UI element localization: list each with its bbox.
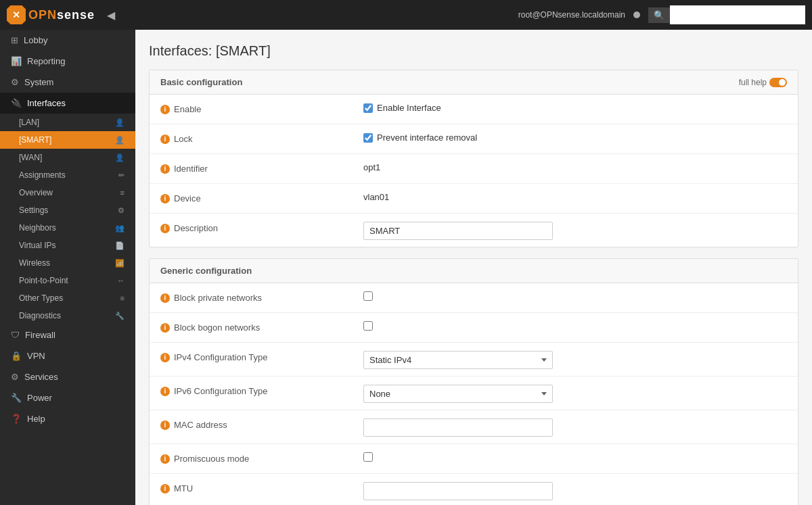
form-row-device: i Device vlan01 [150,184,798,214]
promiscuous-checkbox[interactable] [363,452,373,462]
basic-config-title: Basic configuration [160,77,242,87]
reporting-icon: 📊 [11,56,22,66]
mac-input[interactable] [363,418,553,437]
enable-checkbox[interactable] [363,103,373,113]
sidebar-sub-settings[interactable]: Settings ⚙ [0,201,135,219]
search-icon[interactable]: 🔍 [648,7,670,23]
info-icon-mtu: i [160,484,170,494]
sidebar-sub-assignments[interactable]: Assignments ✏ [0,166,135,184]
help-toggle[interactable] [769,78,787,87]
sidebar-sub-virtual-ips[interactable]: Virtual IPs 📄 [0,237,135,254]
identifier-value: opt1 [363,162,380,172]
control-ipv4: None Static IPv4 DHCP PPPoE [363,350,787,369]
sub-label: Assignments [19,170,66,180]
form-row-block-bogon: i Block bogon networks [150,313,798,343]
sidebar-sub-diagnostics[interactable]: Diagnostics 🔧 [0,307,135,324]
sidebar-item-label: Interfaces [27,98,66,108]
sub-label: Other Types [19,293,63,303]
navbar: ✕ OPNsense ◀ root@OPNsense.localdomain 🔍 [0,0,812,30]
generic-config-header: Generic configuration [150,259,798,283]
sidebar-item-lobby[interactable]: ⊞ Lobby [0,30,135,51]
info-icon-block-private: i [160,293,170,303]
sub-icon-overview: ≡ [120,189,125,197]
sidebar-item-label: Firewall [25,330,55,340]
info-icon-device: i [160,194,170,203]
services-icon: ⚙ [11,372,19,382]
sidebar-item-power[interactable]: 🔧 Power [0,387,135,408]
sidebar-item-reporting[interactable]: 📊 Reporting [0,51,135,72]
ipv6-type-select[interactable]: None Static IPv6 DHCP6 SLAAC [363,385,553,403]
vpn-icon: 🔒 [11,351,22,361]
sub-icon-other: ≡ [120,294,125,302]
form-row-mac: i MAC address [150,410,798,444]
label-identifier: i Identifier [160,161,363,174]
firewall-icon: 🛡 [11,330,20,340]
block-bogon-checkbox[interactable] [363,321,373,331]
sidebar-item-interfaces[interactable]: 🔌 Interfaces [0,93,135,114]
sub-icon-ptp: ↔ [117,276,125,285]
sub-icon-diag: 🔧 [115,312,125,320]
sidebar-item-help[interactable]: ❓ Help [0,408,135,429]
control-identifier: opt1 [363,161,787,172]
control-promiscuous [363,451,787,462]
sub-label: Neighbors [19,223,56,233]
generic-config-title: Generic configuration [160,266,252,276]
sub-label: Wireless [19,258,50,268]
sidebar-sub-point-to-point[interactable]: Point-to-Point ↔ [0,272,135,289]
description-input[interactable] [363,222,553,240]
form-row-identifier: i Identifier opt1 [150,154,798,184]
control-lock: Prevent interface removal [363,131,787,143]
info-icon-ipv6: i [160,387,170,396]
label-ipv6: i IPv6 Configuration Type [160,383,363,396]
label-mac: i MAC address [160,417,363,430]
logo-icon: ✕ [7,5,26,24]
label-mtu: i MTU [160,481,363,494]
info-icon-lock: i [160,135,170,144]
sidebar-sub-other-types[interactable]: Other Types ≡ [0,289,135,307]
sidebar-item-label: Reporting [27,56,65,66]
navbar-right: root@OPNsense.localdomain 🔍 [518,5,805,24]
sidebar-item-label: System [24,77,53,87]
navbar-left: ✕ OPNsense ◀ [7,5,115,24]
form-row-ipv6: i IPv6 Configuration Type None Static IP… [150,377,798,410]
power-icon: 🔧 [11,393,22,403]
sub-icon-wan: 👤 [115,153,125,162]
sidebar-sub-wireless[interactable]: Wireless 📶 [0,254,135,272]
lock-checkbox[interactable] [363,133,373,143]
sub-icon-wireless: 📶 [115,259,125,268]
sub-icon-virtual-ips: 📄 [115,241,125,250]
block-private-checkbox[interactable] [363,291,373,301]
sidebar-sub-overview[interactable]: Overview ≡ [0,184,135,201]
sub-icon-assignments: ✏ [118,171,125,180]
generic-config-card: Generic configuration i Block private ne… [149,258,798,505]
sidebar-sub-smart[interactable]: [SMART] 👤 [0,131,135,149]
status-indicator [633,11,640,18]
mtu-input[interactable] [363,482,553,500]
sidebar-toggle[interactable]: ◀ [107,9,115,22]
sidebar-item-services[interactable]: ⚙ Services [0,366,135,387]
control-block-private [363,290,787,301]
label-block-private: i Block private networks [160,290,363,303]
sidebar-sub-neighbors[interactable]: Neighbors 👥 [0,219,135,237]
sidebar-item-vpn[interactable]: 🔒 VPN [0,345,135,366]
system-icon: ⚙ [11,77,19,87]
lobby-icon: ⊞ [11,35,18,45]
control-ipv6: None Static IPv6 DHCP6 SLAAC [363,383,787,403]
info-icon-description: i [160,224,170,233]
ipv4-type-select[interactable]: None Static IPv4 DHCP PPPoE [363,351,553,369]
search-container: 🔍 [648,5,805,24]
basic-config-header: Basic configuration full help [150,70,798,95]
form-row-promiscuous: i Promiscuous mode [150,444,798,474]
search-input[interactable] [670,5,805,24]
sidebar-sub-wan[interactable]: [WAN] 👤 [0,149,135,166]
sidebar-sub-lan[interactable]: [LAN] 👤 [0,114,135,131]
sidebar-item-label: Lobby [24,35,47,45]
sidebar-item-system[interactable]: ⚙ System [0,72,135,93]
form-row-enable: i Enable Enable Interface [150,95,798,124]
lock-label: Prevent interface removal [377,133,477,143]
sidebar-item-firewall[interactable]: 🛡 Firewall [0,324,135,345]
sidebar: ⊞ Lobby 📊 Reporting ⚙ System 🔌 Interface… [0,30,135,505]
sidebar-item-label: VPN [27,351,45,361]
control-description [363,220,787,240]
sub-label: Settings [19,206,48,215]
